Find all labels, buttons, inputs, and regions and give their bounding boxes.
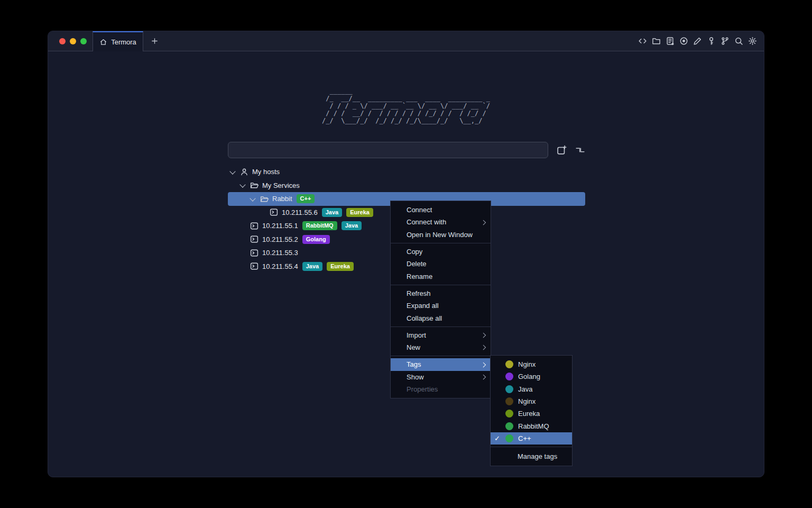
tag-menu-item-java[interactable]: Java [491,383,572,395]
close-window-button[interactable] [59,38,66,44]
terminal-icon [270,208,278,216]
tag-menu-item-c-[interactable]: ✓C++ [491,432,572,444]
tag-menu-label: C++ [518,434,531,442]
menu-item-copy[interactable]: Copy [391,246,491,258]
menu-item-open-in-new-window[interactable]: Open in New Window [391,229,491,241]
tree-item-label: 10.211.55.3 [262,249,298,257]
menu-item-import[interactable]: Import [391,329,491,341]
log-icon[interactable] [666,37,675,46]
tree-row-my-services[interactable]: My Services [228,179,585,193]
tag-color-dot [505,397,513,405]
tag-badge: Java [322,208,342,217]
menu-item-label: Import [407,331,426,339]
terminal-icon [250,262,259,270]
edit-icon[interactable] [693,37,702,46]
titlebar: Termora [48,31,764,51]
menu-separator [391,285,491,285]
terminal-icon [250,249,259,257]
banner-area: ______ /_ __/__ _________ ___ ____ _____… [48,87,764,125]
menu-item-label: Refresh [407,289,431,297]
minimize-window-button[interactable] [70,38,76,44]
tag-menu-item-nginx[interactable]: Nginx [491,395,572,407]
add-host-icon[interactable] [557,145,567,155]
submenu-arrow-icon [481,375,485,379]
menu-separator [391,243,491,243]
folder-icon[interactable] [652,37,661,46]
tag-badge: Java [302,262,322,271]
tag-color-dot [505,434,513,442]
plus-icon [151,37,159,45]
tag-menu-item-nginx[interactable]: Nginx [491,358,572,370]
tag-color-dot [505,373,513,380]
zoom-window-button[interactable] [80,38,87,44]
search-input[interactable] [228,142,548,158]
user-icon [240,168,248,176]
tag-menu-label: Nginx [518,397,536,405]
tag-badge: C++ [297,194,315,203]
menu-item-collapse-all[interactable]: Collapse all [391,312,491,324]
context-menu: ConnectConnect withOpen in New WindowCop… [390,201,491,398]
titlebar-right [165,31,764,51]
key-icon[interactable] [707,37,716,46]
tag-menu-item-eureka[interactable]: Eureka [491,407,572,420]
tag-menu-item-golang[interactable]: Golang [491,370,572,383]
tag-badge: Eureka [327,262,354,271]
menu-item-label: Expand all [407,302,439,310]
code-icon[interactable] [638,37,647,46]
tag-menu-label: RabbitMQ [518,422,549,430]
menu-item-connect-with[interactable]: Connect with [391,216,491,228]
menu-item-new[interactable]: New [391,341,491,353]
checkmark-icon: ✓ [494,434,505,442]
menu-item-label: Delete [407,260,427,268]
home-icon [99,38,107,46]
tag-menu-label: Eureka [518,410,540,418]
terminal-icon [250,235,259,243]
tree-item-label: Rabbit [272,195,292,203]
menu-item-manage-tags[interactable]: Manage tags [491,449,572,463]
submenu-arrow-icon [481,220,485,224]
tag-menu-item-rabbitmq[interactable]: RabbitMQ [491,420,572,432]
menu-item-show[interactable]: Show [391,371,491,383]
menu-item-label: Copy [407,248,422,256]
tag-color-dot [505,410,513,418]
tree-item-label: 10.211.55.2 [262,235,298,243]
termora-window: Termora ______ /_ __/__ _________ ___ __… [48,31,764,477]
manage-tags-label: Manage tags [518,452,557,460]
tab-label: Termora [111,38,136,46]
tag-menu-label: Nginx [518,360,536,368]
folder-open-icon [250,181,259,189]
tab-termora[interactable]: Termora [93,31,143,51]
menu-item-connect[interactable]: Connect [391,204,491,216]
menu-item-expand-all[interactable]: Expand all [391,300,491,312]
menu-item-delete[interactable]: Delete [391,258,491,270]
tag-color-dot [505,422,513,430]
ascii-banner: ______ /_ __/__ _________ ___ ____ _____… [322,87,490,124]
menu-item-tags[interactable]: Tags [391,358,491,370]
tree-item-label: 10.211.55.1 [262,222,298,230]
menu-item-label: Rename [407,273,432,280]
record-icon[interactable] [679,37,688,46]
layout-icon[interactable] [575,145,585,155]
new-tab-button[interactable] [143,31,165,51]
tag-badge: Golang [302,235,330,244]
chevron-down-icon[interactable] [239,182,245,188]
menu-item-label: Tags [407,360,421,368]
tree-row-my-hosts[interactable]: My hosts [228,165,585,179]
tree-item-label: 10.211.55.6 [282,208,318,216]
submenu-arrow-icon [481,345,485,350]
menu-item-rename[interactable]: Rename [391,270,491,282]
menu-item-label: Properties [407,385,438,393]
tree-item-label: 10.211.55.4 [262,262,298,270]
chevron-down-icon[interactable] [229,168,235,174]
menu-item-refresh[interactable]: Refresh [391,287,491,300]
tag-badge: RabbitMQ [302,221,337,230]
settings-icon[interactable] [748,37,757,46]
window-controls [48,31,93,51]
menu-separator [491,447,572,447]
menu-item-label: Connect [407,206,432,214]
search-icon[interactable] [734,37,743,46]
chevron-down-icon[interactable] [250,195,255,201]
tag-menu-label: Golang [518,373,540,380]
tag-menu-label: Java [518,385,532,393]
branch-icon[interactable] [721,37,730,46]
